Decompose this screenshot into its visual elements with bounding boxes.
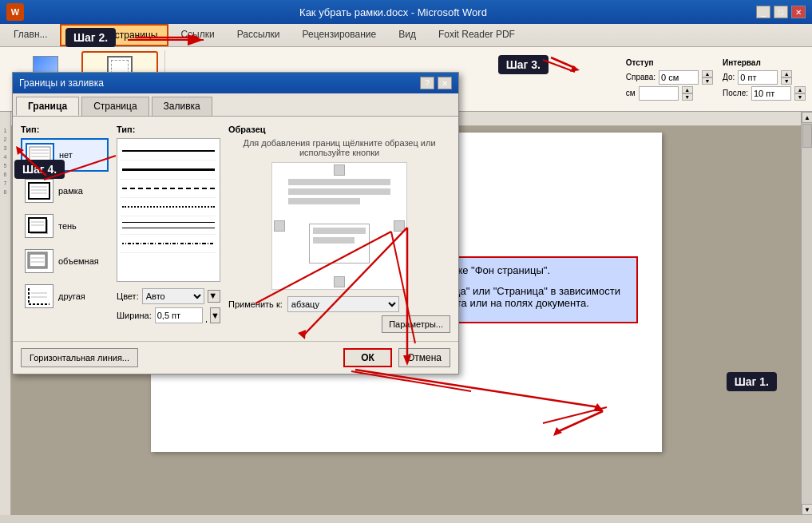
- svg-rect-12: [29, 253, 46, 267]
- scroll-down-button[interactable]: ▼: [802, 504, 812, 515]
- before-up[interactable]: ▲: [781, 70, 792, 77]
- color-picker-btn[interactable]: ▼: [208, 290, 220, 303]
- svg-rect-16: [29, 288, 50, 304]
- unit-label: см: [626, 89, 636, 97]
- page-line-2: [288, 188, 390, 195]
- preview-inner-line-2: [313, 237, 355, 244]
- dialog-footer: Горизонтальная линия... ОК Отмена: [13, 341, 458, 374]
- type-box[interactable]: рамка: [21, 175, 109, 207]
- ruler-mark: 8: [4, 189, 7, 195]
- preview-hint: Для добавления границ щёлкните образец и…: [228, 138, 450, 157]
- border-left-btn[interactable]: [274, 220, 285, 232]
- tab-home[interactable]: Главн...: [3, 24, 58, 46]
- ruler-mark: 7: [4, 180, 7, 186]
- after-down[interactable]: ▼: [794, 93, 806, 101]
- type-shadow[interactable]: тень: [21, 210, 109, 242]
- type-3d-icon: [25, 249, 53, 273]
- tab-mailings[interactable]: Рассылки: [227, 24, 291, 46]
- line-double[interactable]: [121, 216, 216, 235]
- ruler-mark: 3: [4, 145, 7, 151]
- line-solid[interactable]: [121, 142, 216, 160]
- dialog-tab-border[interactable]: Граница: [16, 97, 79, 116]
- dialog-close-button[interactable]: ✕: [438, 77, 452, 89]
- width-input[interactable]: [155, 307, 203, 323]
- vertical-scrollbar[interactable]: ▲ ▼: [801, 112, 812, 515]
- dialog-tab-page[interactable]: Страница: [81, 97, 149, 116]
- before-row: До: ▲ ▼: [723, 70, 806, 85]
- right-input[interactable]: [659, 70, 699, 85]
- type-box-label: рамка: [58, 186, 83, 196]
- dialog-controls: ? ✕: [420, 77, 452, 89]
- border-bottom-btn[interactable]: [334, 276, 345, 287]
- after-input[interactable]: [751, 86, 791, 101]
- page-line-3: [288, 198, 360, 204]
- line-dashed[interactable]: [121, 180, 216, 198]
- step3-label: Шаг 3.: [498, 55, 549, 74]
- line-list[interactable]: [117, 138, 220, 282]
- type-none-label: нет: [59, 150, 73, 160]
- before-label: До:: [723, 73, 735, 81]
- params-button[interactable]: Параметры...: [382, 315, 450, 333]
- after-up[interactable]: ▲: [794, 86, 806, 93]
- type-custom-label: другая: [58, 291, 85, 301]
- color-label: Цвет:: [117, 291, 139, 301]
- minimize-button[interactable]: _: [756, 6, 770, 18]
- preview-box[interactable]: [271, 162, 407, 290]
- dialog-help-button[interactable]: ?: [420, 77, 434, 89]
- horiz-line-button[interactable]: Горизонтальная линия...: [21, 348, 138, 367]
- width-label: Ширина:: [117, 311, 152, 320]
- ruler-mark: 1: [4, 128, 7, 133]
- before-input[interactable]: [738, 70, 778, 85]
- before-arrows[interactable]: ▲ ▼: [781, 70, 792, 85]
- border-bottom-button: [334, 276, 345, 287]
- after-arrows[interactable]: ▲ ▼: [794, 86, 806, 101]
- type-shadow-label: тень: [58, 221, 77, 231]
- ok-button[interactable]: ОК: [343, 348, 392, 367]
- scroll-thumb[interactable]: [802, 124, 812, 148]
- dialog-tab-fill[interactable]: Заливка: [152, 97, 212, 116]
- type-custom-icon: [25, 284, 53, 308]
- tab-references[interactable]: Ссылки: [170, 24, 224, 46]
- left-ruler: 1 2 3 4 5 6 7 8: [0, 112, 11, 515]
- unit-down[interactable]: ▼: [682, 93, 693, 101]
- interval-group: Интервал До: ▲ ▼ После: ▲ ▼: [723, 58, 806, 101]
- type-custom[interactable]: другая: [21, 280, 109, 312]
- scroll-track[interactable]: [802, 149, 812, 504]
- step2-label: Шаг 2.: [65, 28, 116, 47]
- indent-right-row: Справа: ▲ ▼: [626, 70, 713, 85]
- right-down-arrow[interactable]: ▼: [702, 77, 713, 85]
- dialog-body: Тип: нет: [13, 117, 458, 341]
- type-3d-label: объемная: [58, 256, 99, 266]
- scroll-up-button[interactable]: ▲: [802, 112, 812, 123]
- width-dropdown[interactable]: ▼: [210, 307, 220, 323]
- right-up-arrow[interactable]: ▲: [702, 70, 713, 77]
- unit-arrows[interactable]: ▲ ▼: [682, 86, 693, 101]
- dialog-titlebar: Границы и заливка ? ✕: [13, 73, 458, 93]
- tab-review[interactable]: Рецензирование: [292, 24, 387, 46]
- type-3d[interactable]: объемная: [21, 245, 109, 277]
- type-panel: Тип: нет: [21, 125, 109, 333]
- apply-select[interactable]: абзацу: [287, 296, 399, 312]
- preview-inner-box: [309, 224, 370, 263]
- tab-foxit[interactable]: Foxit Reader PDF: [428, 24, 525, 46]
- right-arrows[interactable]: ▲ ▼: [702, 70, 713, 85]
- border-right-button: [394, 220, 405, 232]
- unit-up[interactable]: ▲: [682, 86, 693, 93]
- ruler-mark: 5: [4, 163, 7, 168]
- line-dash-dot[interactable]: [121, 235, 216, 253]
- line-dotted[interactable]: [121, 198, 216, 216]
- before-down[interactable]: ▼: [781, 77, 792, 85]
- color-row: Цвет: Авто ▼: [117, 288, 220, 304]
- border-top-btn[interactable]: [334, 164, 345, 176]
- tab-view[interactable]: Вид: [388, 24, 426, 46]
- maximize-button[interactable]: □: [774, 6, 788, 18]
- color-select[interactable]: Авто: [142, 288, 205, 304]
- border-right-btn[interactable]: [394, 220, 405, 232]
- unit-input[interactable]: [639, 86, 679, 101]
- close-button[interactable]: ✕: [791, 6, 806, 18]
- apply-row: Применить к: абзацу: [228, 296, 450, 312]
- line-thick[interactable]: [121, 160, 216, 180]
- window-title: Как убрать рамки.docx - Microsoft Word: [30, 6, 756, 18]
- after-label: После:: [723, 89, 748, 97]
- cancel-button[interactable]: Отмена: [398, 348, 450, 367]
